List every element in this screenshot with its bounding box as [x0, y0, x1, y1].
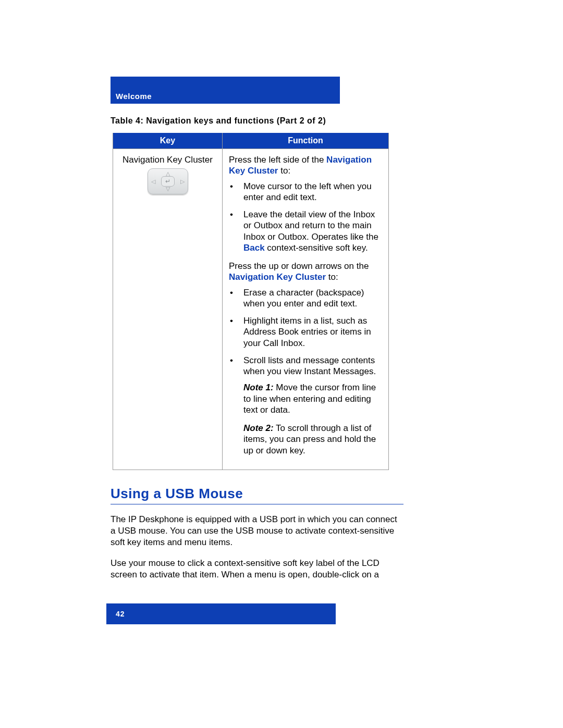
page-number: 42: [116, 610, 125, 618]
key-label: Navigation Key Cluster: [119, 154, 216, 165]
enter-icon: ↵: [161, 176, 175, 187]
section-heading: Using a USB Mouse: [111, 486, 403, 502]
note-2: Note 2: To scroll through a list of item…: [243, 423, 382, 456]
table-caption: Table 4: Navigation keys and functions (…: [111, 116, 403, 126]
back-softkey-term: Back: [243, 243, 265, 253]
table-cell-function: Press the left side of the Navigation Ke…: [223, 149, 389, 470]
body-paragraph: Use your mouse to click a context-sensit…: [111, 558, 403, 581]
table-header-key: Key: [113, 133, 223, 149]
list-item: Leave the detail view of the Inbox or Ou…: [240, 209, 382, 253]
list-item: Erase a character (backspace) when you e…: [240, 287, 382, 310]
section-name: Welcome: [116, 92, 152, 101]
page-footer-bar: 42: [106, 603, 336, 624]
nav-key-cluster-term: Navigation Key Cluster: [229, 272, 326, 282]
press-updown-text: Press the up or down arrows on the Navig…: [229, 261, 382, 283]
list-item: Highlight items in a list, such as Addre…: [240, 315, 382, 349]
list-item: Move cursor to the left when you enter a…: [240, 181, 382, 203]
table-row: Navigation Key Cluster △ ▽ ◁ ▷ ↵ Press t…: [113, 149, 389, 470]
table-cell-key: Navigation Key Cluster △ ▽ ◁ ▷ ↵: [113, 149, 223, 470]
page-header-bar: Welcome: [111, 77, 340, 104]
list-item: Scroll lists and message contents when y…: [240, 355, 382, 456]
body-paragraph: The IP Deskphone is equipped with a USB …: [111, 514, 403, 548]
table-header-function: Function: [223, 133, 389, 149]
nav-cluster-icon: △ ▽ ◁ ▷ ↵: [148, 168, 188, 194]
chevron-left-icon: ◁: [151, 179, 155, 184]
navigation-keys-table: Key Function Navigation Key Cluster △ ▽ …: [113, 133, 389, 470]
section-rule: [111, 504, 403, 504]
chevron-down-icon: ▽: [166, 186, 170, 192]
chevron-right-icon: ▷: [180, 179, 185, 184]
press-left-text: Press the left side of the Navigation Ke…: [229, 154, 382, 177]
note-1: Note 1: Move the cursor from line to lin…: [243, 382, 382, 415]
updown-functions-list: Erase a character (backspace) when you e…: [229, 287, 382, 456]
document-page: Welcome Table 4: Navigation keys and fun…: [111, 77, 403, 590]
left-side-functions-list: Move cursor to the left when you enter a…: [229, 181, 382, 254]
